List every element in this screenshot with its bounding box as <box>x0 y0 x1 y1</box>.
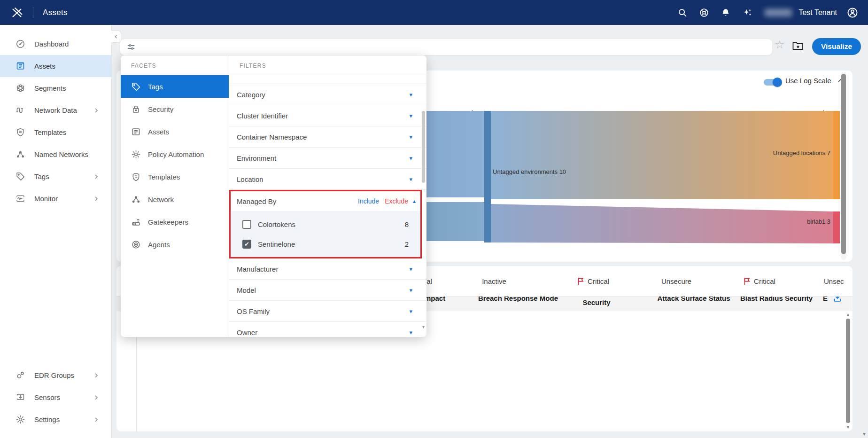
breach-response-mode-value: Inactive <box>452 266 536 296</box>
saved-filters-folder-icon[interactable] <box>792 40 804 51</box>
sankey-diagram[interactable] <box>420 107 841 245</box>
asset-filter-input[interactable] <box>120 39 773 55</box>
account-avatar-icon[interactable] <box>846 7 859 19</box>
notifications-bell-icon[interactable] <box>721 8 731 18</box>
chevron-down-icon: ▾ <box>409 91 412 98</box>
sidebar-item-dashboard[interactable]: Dashboard <box>0 33 111 55</box>
managed-by-option[interactable]: Colortokens 8 <box>231 214 420 234</box>
network-data-icon <box>16 105 25 115</box>
managed-by-highlight-box: Managed By Include Exclude ▴ Colortokens… <box>229 190 422 258</box>
facet-label: Network <box>148 196 174 203</box>
exclude-link[interactable]: Exclude <box>385 197 408 205</box>
facet-item-agents[interactable]: Agents <box>121 233 229 256</box>
facet-item-tags[interactable]: Tags <box>121 75 229 98</box>
scroll-down-arrow-icon[interactable]: ▼ <box>421 325 426 329</box>
filter-row-partial <box>229 75 426 84</box>
sidebar-item-label: Named Networks <box>34 150 88 158</box>
sankey-node-blrlab1[interactable] <box>833 211 840 243</box>
chevron-right-icon <box>93 417 99 422</box>
sidebar-item-settings[interactable]: Settings <box>0 408 111 430</box>
facet-item-templates[interactable]: Templates <box>121 165 229 188</box>
include-link[interactable]: Include <box>358 197 379 205</box>
option-label: Colortokens <box>258 220 295 228</box>
filter-row[interactable]: Environment ▾ <box>229 148 426 169</box>
favorite-star-icon[interactable]: ☆ <box>775 39 785 50</box>
sidebar-collapse-toggle[interactable] <box>111 31 121 43</box>
filter-label: Manufacturer <box>237 265 278 273</box>
panel-scrollbar-thumb[interactable] <box>422 111 425 183</box>
facet-item-policy-automation[interactable]: Policy Automation <box>121 143 229 165</box>
option-count: 2 <box>405 240 409 248</box>
facets-filters-panel: FACETS Tags Security <box>121 55 426 337</box>
sidebar-item-segments[interactable]: Segments <box>0 77 111 99</box>
sidebar-item-assets[interactable]: Assets <box>0 55 111 77</box>
sankey-node-untagged-locations[interactable] <box>833 111 840 199</box>
help-globe-icon[interactable] <box>699 8 709 18</box>
filter-row[interactable]: Container Namespace ▾ <box>229 126 426 148</box>
table-scrollbar-thumb[interactable] <box>846 319 850 423</box>
page-scrollbar[interactable] <box>841 72 846 260</box>
filter-row[interactable]: Owner ▾ <box>229 322 426 337</box>
search-icon[interactable] <box>677 8 688 18</box>
option-checkbox[interactable] <box>242 220 251 229</box>
sidebar-item-edr-groups[interactable]: EDR Groups <box>0 364 111 386</box>
sidebar-item-label: Tags <box>34 172 49 180</box>
corner-scroll-arrow-icon[interactable]: ▼ <box>862 431 867 437</box>
toggle-switch-icon[interactable] <box>764 79 781 86</box>
facet-label: Templates <box>148 173 180 181</box>
chevron-up-icon[interactable]: ▴ <box>413 198 416 204</box>
sankey-incoming-flow-top[interactable] <box>420 111 484 197</box>
sidebar-item-monitor[interactable]: Monitor <box>0 188 111 210</box>
chevron-right-icon <box>93 108 99 113</box>
ai-sparkles-icon[interactable] <box>742 8 752 18</box>
facet-item-security[interactable]: Security <box>121 98 229 120</box>
chevron-down-icon: ▾ <box>409 176 412 183</box>
facet-label: Policy Automation <box>148 150 204 158</box>
chevron-down-icon: ▾ <box>409 308 412 315</box>
filter-label: Managed By <box>237 197 276 205</box>
log-scale-toggle[interactable]: Use Log Scale <box>764 75 831 86</box>
network-node-icon <box>16 149 25 159</box>
filter-row[interactable]: OS Family ▾ <box>229 301 426 322</box>
sankey-link-blrlab1[interactable] <box>491 204 833 243</box>
filter-label: Cluster Identifier <box>237 112 288 120</box>
scroll-up-arrow-icon[interactable]: ▲ <box>846 312 850 317</box>
sidebar-item-label: Sensors <box>34 393 60 401</box>
panel-scrollbar[interactable]: ▼ <box>422 77 425 333</box>
sidebar-item-label: Dashboard <box>34 40 69 48</box>
sidebar-item-network-data[interactable]: Network Data <box>0 99 111 121</box>
tenant-name[interactable]: Test Tenant <box>798 8 837 17</box>
brand-logo-icon[interactable] <box>10 6 23 19</box>
critical-flag-icon <box>577 277 584 285</box>
chevron-down-icon: ▾ <box>409 155 412 162</box>
edr-groups-icon <box>16 370 25 380</box>
table-scrollbar[interactable]: ▲ ▼ <box>845 312 851 430</box>
sankey-incoming-flow-bottom[interactable] <box>420 202 484 241</box>
option-checkbox[interactable] <box>242 240 251 249</box>
truncated-column-value: Unsecure <box>824 266 844 296</box>
scroll-down-arrow-icon[interactable]: ▼ <box>846 425 850 430</box>
filter-row[interactable]: Category ▾ <box>229 84 426 105</box>
monitor-pulse-icon <box>16 194 25 203</box>
facet-item-network[interactable]: Network <box>121 188 229 211</box>
managed-by-filter-row[interactable]: Managed By Include Exclude ▴ <box>231 191 420 211</box>
sidebar-item-tags[interactable]: Tags <box>0 165 111 188</box>
page-title: Assets <box>43 8 68 17</box>
blast-radius-security-value: Critical <box>754 277 775 285</box>
filter-label: Container Namespace <box>237 133 307 141</box>
filter-row[interactable]: Model ▾ <box>229 280 426 301</box>
filter-row[interactable]: Manufacturer ▾ <box>229 258 426 280</box>
filter-row[interactable]: Location ▾ <box>229 169 426 190</box>
facet-item-assets[interactable]: Assets <box>121 120 229 143</box>
sidebar-item-named-networks[interactable]: Named Networks <box>0 143 111 165</box>
visualize-button[interactable]: Visualize <box>812 38 861 55</box>
filter-row[interactable]: Cluster Identifier ▾ <box>229 105 426 126</box>
managed-by-option[interactable]: Sentinelone 2 <box>231 234 420 254</box>
sidebar-item-templates[interactable]: Templates <box>0 121 111 143</box>
sankey-node-untagged-environments[interactable] <box>484 111 491 242</box>
page-scrollbar-thumb[interactable] <box>841 74 846 254</box>
sidebar-item-sensors[interactable]: Sensors <box>0 386 111 408</box>
facet-item-gatekeepers[interactable]: Gatekeepers <box>121 211 229 233</box>
filter-label: Location <box>237 175 264 183</box>
dashboard-icon <box>16 39 25 49</box>
